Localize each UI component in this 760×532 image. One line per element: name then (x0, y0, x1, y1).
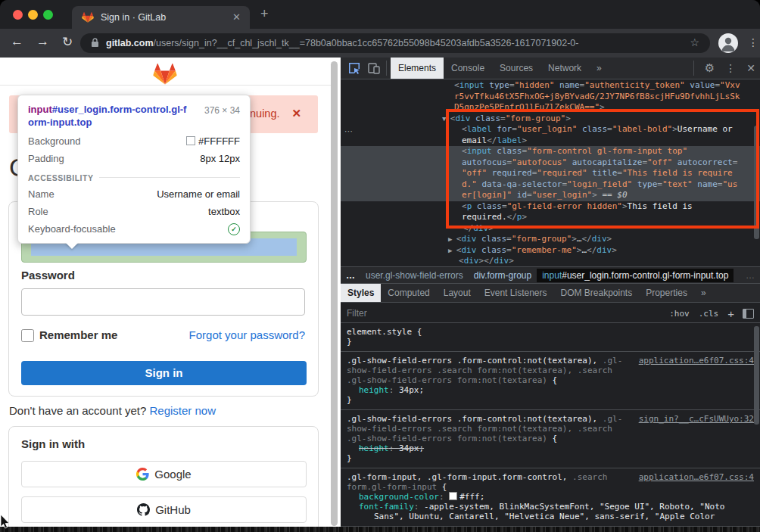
gutter-dots-icon: ⋯ (344, 126, 354, 136)
tooltip-padding-label: Padding (28, 153, 64, 164)
devtools-panel: ElementsConsoleSourcesNetwork» ⚙ ⋮ ✕ <in… (341, 58, 760, 532)
devtools-tab-console[interactable]: Console (444, 58, 492, 79)
back-button[interactable]: ← (11, 34, 23, 49)
devtools-tab-[interactable]: » (589, 58, 609, 79)
filter-input[interactable]: Filter (347, 308, 367, 319)
check-circle-icon: ✓ (228, 223, 240, 235)
page-scrollbar[interactable] (331, 61, 338, 526)
devtools-code-line[interactable]: <div></div> (341, 256, 760, 266)
toggle-hover-state-button[interactable]: :hov (669, 309, 690, 319)
tooltip-dimensions: 376 × 34 (204, 104, 240, 129)
register-text: Don't have an account yet? (9, 404, 150, 417)
lock-icon (91, 38, 99, 48)
styles-scrollbar[interactable] (754, 326, 759, 425)
register-now-link[interactable]: Register now (150, 404, 216, 417)
bookmark-star-icon[interactable]: ☆ (690, 36, 699, 48)
styles-tab-computed[interactable]: Computed (381, 284, 436, 302)
breadcrumb-item[interactable]: div.form-group (469, 269, 537, 282)
oauth-card: Sign in with Google GitHub (8, 426, 319, 532)
css-rule[interactable]: element.style {} (341, 323, 760, 352)
url-text: gitlab.com/users/sign_in?__cf_chl_jschl_… (106, 38, 689, 48)
css-property[interactable]: height: 34px; (347, 443, 754, 453)
new-tab-button[interactable]: + (260, 7, 269, 20)
dock-side-icon[interactable] (743, 309, 754, 319)
css-rule[interactable]: sign_in?__c…cFsUWUyo:32.gl-show-field-er… (341, 410, 760, 468)
gitlab-logo-icon (152, 63, 178, 86)
devtools-tab-sources[interactable]: Sources (492, 58, 540, 79)
tooltip-selector: input#user_login.form-control.gl-form-in… (28, 104, 187, 129)
devtools-code-line[interactable]: ▶ <div class="remember-me">…</div> (341, 245, 760, 257)
gitlab-favicon-icon (82, 11, 94, 23)
github-signin-button[interactable]: GitHub (21, 496, 307, 523)
tooltip-background-label: Background (28, 135, 80, 147)
css-property[interactable]: font-family: -apple-system, BlinkMacSyst… (347, 502, 754, 512)
devtools-code-line[interactable]: r5vvTfku46tX5FhxOG+j8yBYvadG/2JY7NP6fB8s… (341, 92, 760, 103)
register-row: Don't have an account yet? Register now (9, 404, 216, 417)
styles-tab-styles[interactable]: Styles (341, 284, 381, 302)
css-rule[interactable]: application…e6f07.css:4.gl-show-field-er… (341, 352, 760, 410)
browser-tab[interactable]: Sign in · GitLab ✕ (72, 6, 250, 29)
devtools-menu-icon[interactable]: ⋮ (725, 62, 736, 74)
alert-text: nuing. (250, 107, 280, 120)
breadcrumb: …user.gl-show-field-errorsdiv.form-group… (341, 266, 760, 284)
breadcrumb-item[interactable]: … (341, 269, 360, 282)
bottom-artifact-strip (0, 527, 760, 532)
css-source-link[interactable]: application…e6f07.css:4 (639, 472, 754, 482)
url-host: gitlab.com (106, 38, 154, 48)
new-style-rule-button[interactable]: + (727, 307, 734, 320)
tooltip-background-value: #FFFFFF (186, 135, 240, 147)
reload-button[interactable]: ↻ (62, 34, 73, 50)
address-bar[interactable]: gitlab.com/users/sign_in?__cf_chl_jschl_… (80, 33, 710, 53)
breadcrumb-item[interactable]: … (740, 269, 760, 282)
remember-me-checkbox[interactable] (21, 329, 34, 342)
inspect-tooltip: input#user_login.form-control.gl-form-in… (17, 95, 251, 244)
styles-tab-eventlisteners[interactable]: Event Listeners (478, 284, 554, 302)
devtools-tab-elements[interactable]: Elements (391, 58, 444, 79)
inspect-element-icon[interactable] (348, 62, 360, 74)
sign-in-with-heading: Sign in with (21, 437, 85, 450)
css-rule[interactable]: application…e6f07.css:4.gl-form-input, .… (341, 468, 760, 527)
styles-tab-bar: StylesComputedLayoutEvent ListenersDOM B… (341, 283, 760, 303)
styles-tab-overflow[interactable]: » (694, 284, 713, 302)
browser-toolbar: ← → ↻ gitlab.com/users/sign_in?__cf_chl_… (0, 29, 760, 58)
toolbar-divider (386, 61, 387, 76)
mouse-cursor-icon (0, 515, 12, 530)
sign-in-button[interactable]: Sign in (21, 361, 307, 385)
page-content: nuing. ✕ G Password Remember me Forgot y… (0, 58, 341, 532)
macos-close-button[interactable] (13, 10, 23, 20)
color-swatch-icon[interactable] (449, 492, 457, 500)
devtools-code-line[interactable]: ▶ <div class="form-group">…</div> (341, 234, 760, 245)
styles-tab-dombreakpoints[interactable]: DOM Breakpoints (553, 284, 639, 302)
forgot-password-link[interactable]: Forgot your password? (189, 328, 305, 341)
password-input[interactable] (21, 288, 305, 316)
browser-menu-icon[interactable]: ⋮ (748, 36, 758, 48)
devtools-code-line[interactable]: <input type="hidden" name="authenticity_… (341, 80, 760, 92)
profile-avatar[interactable] (718, 33, 738, 53)
devtools-tab-network[interactable]: Network (540, 58, 589, 79)
css-source-link[interactable]: sign_in?__c…cFsUWUyo:32 (639, 414, 754, 424)
css-source-link[interactable]: application…e6f07.css:4 (639, 356, 754, 366)
styles-tab-layout[interactable]: Layout (437, 284, 478, 302)
devtools-tab-bar: ElementsConsoleSourcesNetwork» (391, 58, 609, 79)
breadcrumb-item[interactable]: input#user_login.form-control.gl-form-in… (537, 269, 734, 282)
google-signin-button[interactable]: Google (21, 461, 307, 487)
devtools-settings-icon[interactable]: ⚙ (705, 61, 715, 75)
forward-button[interactable]: → (36, 34, 49, 49)
url-path: /users/sign_in?__cf_chl_jschl_tk__=78b0a… (154, 38, 579, 48)
devtools-close-icon[interactable]: ✕ (746, 62, 755, 74)
css-property[interactable]: height: 34px; (347, 385, 754, 395)
tooltip-role-label: Role (28, 206, 48, 217)
styles-pane: element.style {}application…e6f07.css:4.… (341, 323, 760, 532)
tab-close-icon[interactable]: ✕ (232, 11, 241, 23)
macos-zoom-button[interactable] (43, 10, 53, 20)
macos-minimize-button[interactable] (28, 10, 38, 20)
breadcrumb-item[interactable]: user.gl-show-field-errors (360, 269, 469, 282)
toggle-class-button[interactable]: .cls (699, 309, 719, 319)
css-property[interactable]: background-color: #fff; (347, 492, 754, 502)
google-button-label: Google (154, 468, 191, 481)
alert-close-icon[interactable]: ✕ (291, 107, 301, 120)
device-toolbar-icon[interactable] (368, 62, 380, 74)
tooltip-accessibility-section: ACCESSIBILITY (28, 173, 240, 182)
styles-tab-properties[interactable]: Properties (639, 284, 694, 302)
tooltip-selector-rest: #user_login.form-control.gl-form-input.t… (28, 104, 186, 128)
